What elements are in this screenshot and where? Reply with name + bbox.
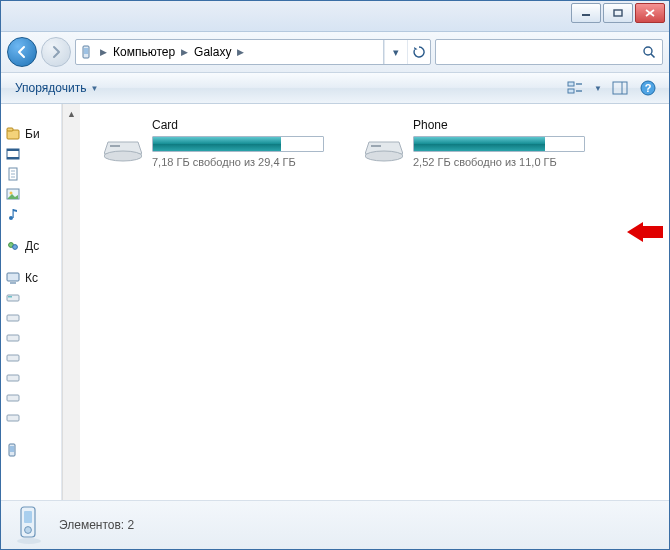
- svg-rect-40: [7, 415, 19, 421]
- disk-icon: [5, 350, 21, 366]
- refresh-icon[interactable]: [407, 40, 430, 64]
- sidebar-item-disk[interactable]: [1, 348, 61, 368]
- disk-icon: [5, 310, 21, 326]
- svg-rect-34: [8, 296, 12, 298]
- drive-icon: [104, 132, 142, 162]
- sidebar-item-computer[interactable]: Кс: [1, 268, 61, 288]
- drive-subtext: 2,52 ГБ свободно из 11,0 ГБ: [413, 156, 610, 168]
- address-bar[interactable]: ▶ Компьютер ▶ Galaxy ▶ ▾: [75, 39, 431, 65]
- svg-rect-33: [7, 295, 19, 301]
- disk-icon: [5, 290, 21, 306]
- titlebar: [1, 1, 669, 32]
- svg-rect-9: [568, 89, 574, 93]
- sidebar-item-documents[interactable]: [1, 164, 61, 184]
- sidebar-item-disk[interactable]: [1, 328, 61, 348]
- status-text: Элементов: 2: [59, 518, 134, 532]
- details-pane: Элементов: 2: [1, 500, 669, 549]
- organize-label: Упорядочить: [15, 81, 86, 95]
- back-button[interactable]: [7, 37, 37, 67]
- svg-rect-31: [7, 273, 19, 281]
- chevron-right-icon[interactable]: ▶: [98, 47, 109, 57]
- sidebar-scrollbar[interactable]: ▲: [62, 104, 80, 500]
- libraries-icon: [5, 126, 21, 142]
- chevron-down-icon: ▼: [90, 84, 98, 93]
- sidebar-item-label: Би: [25, 127, 40, 141]
- command-toolbar: Упорядочить ▼ ▼ ?: [1, 73, 669, 104]
- drive-item-card[interactable]: Card 7,18 ГБ свободно из 29,4 ГБ: [104, 118, 349, 168]
- maximize-button[interactable]: [603, 3, 633, 23]
- help-button[interactable]: ?: [635, 76, 661, 100]
- forward-button[interactable]: [41, 37, 71, 67]
- dropdown-icon[interactable]: ▾: [384, 40, 407, 64]
- body: Би: [1, 104, 669, 500]
- sidebar-item-disk[interactable]: [1, 408, 61, 428]
- drive-info: Card 7,18 ГБ свободно из 29,4 ГБ: [152, 118, 349, 168]
- device-icon: [5, 442, 21, 458]
- svg-point-49: [25, 527, 32, 534]
- picture-icon: [5, 186, 21, 202]
- svg-point-30: [13, 245, 18, 250]
- drive-icon: [365, 132, 403, 162]
- svg-point-6: [644, 47, 652, 55]
- svg-rect-38: [7, 375, 19, 381]
- svg-rect-37: [7, 355, 19, 361]
- device-large-icon: [11, 505, 47, 545]
- sidebar-item-videos[interactable]: [1, 144, 61, 164]
- drive-item-phone[interactable]: Phone 2,52 ГБ свободно из 11,0 ГБ: [365, 118, 610, 168]
- chevron-right-icon[interactable]: ▶: [179, 47, 190, 57]
- sidebar-item-libraries[interactable]: Би: [1, 124, 61, 144]
- computer-icon: [5, 270, 21, 286]
- svg-rect-5: [84, 48, 88, 54]
- search-input[interactable]: [435, 39, 663, 65]
- drive-name: Phone: [413, 118, 610, 132]
- view-options-dropdown[interactable]: ▼: [591, 76, 605, 100]
- explorer-window: ▶ Компьютер ▶ Galaxy ▶ ▾ Упорядочить ▼: [0, 0, 670, 550]
- annotation-arrow-icon: [627, 222, 663, 242]
- preview-pane-button[interactable]: [607, 76, 633, 100]
- homegroup-icon: [5, 238, 21, 254]
- svg-rect-20: [7, 157, 19, 159]
- sidebar-item-pictures[interactable]: [1, 184, 61, 204]
- document-icon: [5, 166, 21, 182]
- disk-icon: [5, 410, 21, 426]
- breadcrumb-galaxy[interactable]: Galaxy: [190, 40, 235, 64]
- search-icon: [642, 45, 656, 59]
- breadcrumb-computer[interactable]: Компьютер: [109, 40, 179, 64]
- organize-menu[interactable]: Упорядочить ▼: [9, 78, 104, 98]
- video-icon: [5, 146, 21, 162]
- sidebar-item-disk[interactable]: [1, 308, 61, 328]
- sidebar-item-label: Кс: [25, 271, 38, 285]
- content-pane[interactable]: Card 7,18 ГБ свободно из 29,4 ГБ Phone 2…: [80, 104, 669, 500]
- svg-line-7: [651, 54, 655, 58]
- capacity-bar: [413, 136, 585, 152]
- sidebar-item-disk[interactable]: [1, 368, 61, 388]
- music-icon: [5, 206, 21, 222]
- view-options-button[interactable]: [563, 76, 589, 100]
- sidebar-item-disk[interactable]: [1, 288, 61, 308]
- disk-icon: [5, 370, 21, 386]
- svg-rect-32: [10, 282, 16, 284]
- svg-point-45: [365, 151, 403, 161]
- svg-point-27: [9, 216, 13, 220]
- svg-rect-39: [7, 395, 19, 401]
- address-actions: ▾: [383, 40, 430, 64]
- drive-subtext: 7,18 ГБ свободно из 29,4 ГБ: [152, 156, 349, 168]
- svg-rect-35: [7, 315, 19, 321]
- close-button[interactable]: [635, 3, 665, 23]
- svg-rect-1: [614, 10, 622, 16]
- sidebar-item-music[interactable]: [1, 204, 61, 224]
- minimize-button[interactable]: [571, 3, 601, 23]
- sidebar-item-disk[interactable]: [1, 388, 61, 408]
- navigation-pane: Би: [1, 104, 62, 500]
- svg-text:?: ?: [645, 82, 652, 94]
- svg-rect-42: [10, 446, 14, 452]
- navigation-bar: ▶ Компьютер ▶ Galaxy ▶ ▾: [1, 32, 669, 73]
- svg-rect-46: [371, 145, 381, 147]
- drive-name: Card: [152, 118, 349, 132]
- capacity-bar: [152, 136, 324, 152]
- drive-info: Phone 2,52 ГБ свободно из 11,0 ГБ: [413, 118, 610, 168]
- sidebar-item-device[interactable]: [1, 440, 61, 460]
- sidebar-item-homegroup[interactable]: Дс: [1, 236, 61, 256]
- chevron-right-icon[interactable]: ▶: [235, 47, 246, 57]
- scroll-up-icon[interactable]: ▲: [64, 106, 79, 122]
